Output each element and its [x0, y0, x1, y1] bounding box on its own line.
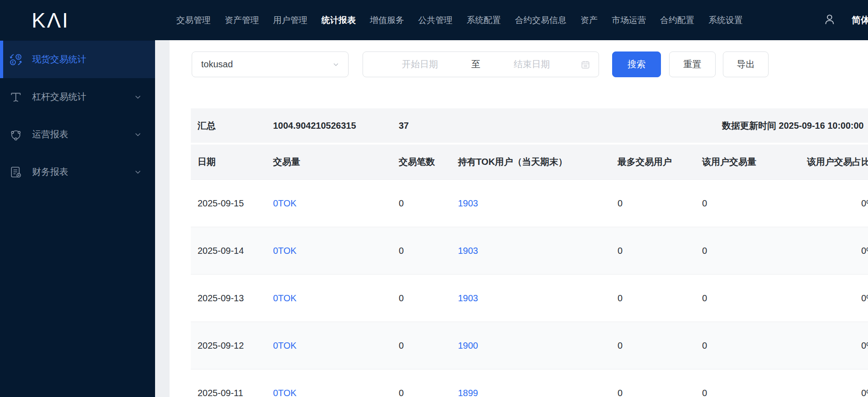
nav-item-market-operations[interactable]: 市场运营 — [612, 14, 646, 26]
volume-link[interactable]: 0TOK — [273, 293, 297, 303]
trades-cell: 0 — [399, 198, 458, 209]
sidebar-item-label: 财务报表 — [32, 166, 134, 178]
data-updated-time: 数据更新时间 2025-09-16 10:00:00 — [458, 120, 868, 132]
chevron-down-icon — [332, 61, 340, 69]
volume-link[interactable]: 0TOK — [273, 246, 297, 256]
top-user-share-cell: 0% — [807, 293, 868, 304]
date-range-picker[interactable]: 开始日期 至 结束日期 — [363, 51, 599, 77]
volume-link[interactable]: 0TOK — [273, 341, 297, 350]
end-date-input[interactable]: 结束日期 — [483, 58, 581, 70]
holders-link[interactable]: 1903 — [458, 198, 478, 208]
pair-select-value: tokusad — [201, 59, 233, 70]
top-user-share-cell: 0% — [807, 246, 868, 256]
search-button[interactable]: 搜索 — [612, 51, 661, 77]
main-nav-menu: 交易管理 资产管理 用户管理 统计报表 增值服务 公共管理 系统配置 合约交易信… — [176, 14, 743, 26]
top-user-share-cell: 0% — [807, 341, 868, 351]
main-layout: $ € 现货交易统计 杠杆交易统计 — [0, 40, 868, 397]
nav-item-system-settings[interactable]: 系统设置 — [708, 14, 743, 26]
nav-item-stats-reports[interactable]: 统计报表 — [321, 14, 356, 26]
nav-item-asset[interactable]: 资产 — [580, 14, 598, 26]
sidebar-item-label: 现货交易统计 — [32, 53, 155, 65]
summary-total-trades: 37 — [399, 121, 458, 131]
sidebar-item-margin-trading-stats[interactable]: 杠杆交易统计 — [0, 78, 155, 116]
top-user-cell: 0 — [618, 198, 702, 209]
top-user-cell: 0 — [618, 341, 702, 351]
nav-item-public-management[interactable]: 公共管理 — [418, 14, 453, 26]
table-row: 2025-09-13 0TOK 0 1903 0 0 0% — [191, 274, 868, 322]
nav-item-value-added-services[interactable]: 增值服务 — [370, 14, 404, 26]
chevron-down-icon — [134, 93, 142, 101]
table-row: 2025-09-11 0TOK 0 1899 0 0 0% — [191, 369, 868, 397]
reset-button[interactable]: 重置 — [669, 51, 716, 77]
currency-exchange-icon: $ € — [9, 53, 23, 66]
content-area: tokusad 开始日期 至 结束日期 搜索 — [170, 40, 868, 397]
export-button[interactable]: 导出 — [723, 51, 769, 77]
col-header-trades: 交易笔数 — [399, 156, 458, 168]
nav-item-asset-management[interactable]: 资产管理 — [225, 14, 259, 26]
language-switcher[interactable]: 简体 — [852, 14, 868, 26]
nav-item-trade-management[interactable]: 交易管理 — [176, 14, 211, 26]
user-icon[interactable] — [823, 13, 836, 26]
col-header-top-user-volume: 该用户交易量 — [702, 156, 807, 168]
top-user-share-cell: 0% — [807, 388, 868, 397]
table-header-row: 日期 交易量 交易笔数 持有TOK用户（当天期末） 最多交易用户 该用户交易量 … — [191, 145, 868, 179]
top-user-cell: 0 — [618, 246, 702, 256]
sidebar-content-gutter — [155, 40, 170, 397]
sidebar-item-operations-reports[interactable]: 运营报表 — [0, 116, 155, 153]
col-header-top-user: 最多交易用户 — [618, 156, 702, 168]
holders-link[interactable]: 1900 — [458, 341, 478, 350]
finance-report-icon — [9, 165, 23, 179]
volume-link[interactable]: 0TOK — [273, 388, 297, 397]
summary-label: 汇总 — [191, 120, 273, 132]
pair-select[interactable]: tokusad — [192, 51, 349, 77]
sidebar-item-spot-trading-stats[interactable]: $ € 现货交易统计 — [0, 41, 155, 78]
top-user-cell: 0 — [618, 388, 702, 397]
col-header-date: 日期 — [191, 156, 273, 168]
date-cell: 2025-09-15 — [191, 198, 273, 209]
trades-cell: 0 — [399, 246, 458, 256]
start-date-input[interactable]: 开始日期 — [371, 58, 469, 70]
col-header-volume: 交易量 — [273, 156, 399, 168]
date-cell: 2025-09-13 — [191, 293, 273, 304]
leverage-icon — [9, 90, 23, 104]
table-row: 2025-09-14 0TOK 0 1903 0 0 0% — [191, 227, 868, 274]
top-user-volume-cell: 0 — [702, 198, 807, 209]
top-user-cell: 0 — [618, 293, 702, 304]
chevron-down-icon — [134, 131, 142, 138]
date-cell: 2025-09-11 — [191, 388, 273, 397]
col-header-holders: 持有TOK用户（当天期末） — [458, 156, 618, 168]
top-user-volume-cell: 0 — [702, 293, 807, 304]
holders-link[interactable]: 1899 — [458, 388, 478, 397]
nav-item-system-config[interactable]: 系统配置 — [467, 14, 501, 26]
trades-cell: 0 — [399, 341, 458, 351]
sidebar-item-financial-reports[interactable]: 财务报表 — [0, 153, 155, 191]
summary-total-volume: 1004.904210526315 — [273, 121, 399, 131]
filter-bar: tokusad 开始日期 至 结束日期 搜索 — [192, 51, 868, 77]
top-user-share-cell: 0% — [807, 198, 868, 209]
chevron-down-icon — [134, 168, 142, 176]
date-cell: 2025-09-12 — [191, 341, 273, 351]
svg-text:€: € — [12, 60, 14, 65]
table-row: 2025-09-12 0TOK 0 1900 0 0 0% — [191, 322, 868, 369]
sidebar-item-label: 运营报表 — [32, 128, 134, 140]
operations-icon — [9, 128, 23, 141]
top-nav: KΛI 交易管理 资产管理 用户管理 统计报表 增值服务 公共管理 系统配置 合… — [0, 0, 868, 40]
nav-item-contract-config[interactable]: 合约配置 — [660, 14, 694, 26]
calendar-icon — [580, 60, 590, 70]
brand-logo[interactable]: KΛI — [32, 8, 77, 33]
volume-link[interactable]: 0TOK — [273, 198, 297, 208]
date-range-separator: 至 — [469, 58, 483, 70]
trades-cell: 0 — [399, 293, 458, 304]
trades-cell: 0 — [399, 388, 458, 397]
holders-link[interactable]: 1903 — [458, 246, 478, 256]
nav-item-user-management[interactable]: 用户管理 — [273, 14, 307, 26]
table-row: 2025-09-15 0TOK 0 1903 0 0 0% — [191, 179, 868, 227]
nav-item-contract-trade-info[interactable]: 合约交易信息 — [515, 14, 566, 26]
top-user-volume-cell: 0 — [702, 341, 807, 351]
active-indicator-bar — [0, 41, 3, 78]
col-header-top-user-share: 该用户交易占比 — [807, 156, 868, 168]
sidebar-item-label: 杠杆交易统计 — [32, 91, 134, 103]
summary-row: 汇总 1004.904210526315 37 数据更新时间 2025-09-1… — [191, 108, 868, 143]
sidebar: $ € 现货交易统计 杠杆交易统计 — [0, 40, 155, 397]
holders-link[interactable]: 1903 — [458, 293, 478, 303]
